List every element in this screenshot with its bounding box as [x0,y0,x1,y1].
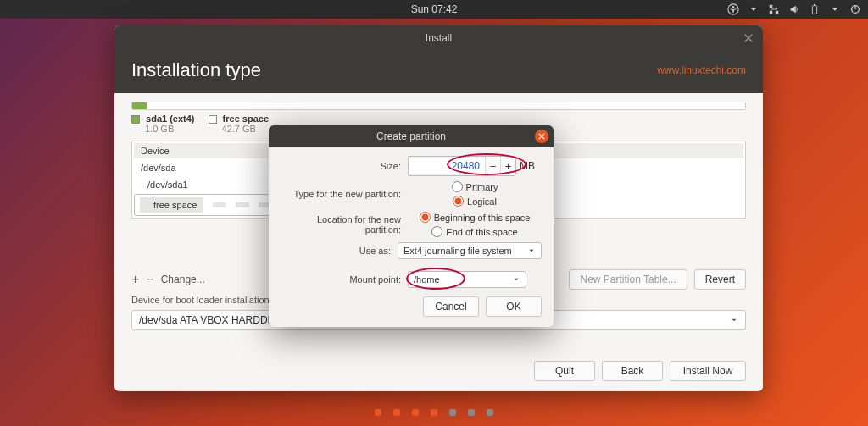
accessibility-icon[interactable] [727,3,739,15]
size-label: Size: [281,161,408,171]
bootloader-label: Device for boot loader installation: [131,295,272,305]
chevron-down-icon [512,275,520,284]
back-button[interactable]: Back [602,361,663,381]
dot [431,409,437,416]
dot [468,409,475,416]
type-label: Type for the new partition: [281,189,408,199]
volume-icon[interactable] [788,3,800,15]
svg-rect-6 [814,4,815,6]
disk-size: 42.7 GB [222,124,270,134]
dialog-close-button[interactable] [535,130,548,143]
size-spinbox[interactable]: − + [408,156,516,176]
mount-value: /home [414,274,440,285]
svg-rect-2 [770,5,773,8]
window-titlebar: Install [114,25,763,51]
disk-usage-bar [131,102,746,110]
window-title: Install [426,32,452,44]
table-row[interactable]: free space [134,194,278,216]
radio-begin[interactable]: Beginning of this space [420,212,531,223]
dot [487,409,493,416]
size-unit: MB [520,160,535,172]
chevron-down-icon [730,316,738,324]
useas-value: Ext4 journaling file system [403,246,512,256]
chevron-down-icon [527,246,536,255]
type-row: Type for the new partition: Primary Logi… [281,181,542,207]
battery-icon[interactable] [809,3,821,15]
mount-row: Mount point: /home [281,271,542,288]
svg-point-1 [732,6,735,8]
size-input[interactable] [409,158,485,174]
dot [412,409,419,416]
remove-partition-button[interactable]: − [146,272,153,287]
close-icon[interactable] [743,32,754,44]
svg-rect-4 [770,11,773,14]
useas-select[interactable]: Ext4 journaling file system [398,242,542,259]
location-label: Location for the new partition: [281,214,408,235]
create-partition-dialog: Create partition Size: − + MB Type for t… [269,125,554,327]
increment-button[interactable]: + [500,157,515,175]
indicator-area [727,3,861,15]
useas-label: Use as: [281,246,398,256]
ok-button[interactable]: OK [486,296,542,317]
revert-button[interactable]: Revert [694,269,746,290]
new-partition-table-button[interactable]: New Partition Table... [569,269,687,290]
page-dots [375,409,493,416]
dialog-buttons: Cancel OK [281,296,542,317]
radio-end[interactable]: End of this space [431,226,517,237]
clock: Sun 07:42 [411,3,458,15]
size-row: Size: − + MB [281,156,542,176]
chevron-down-icon[interactable] [748,3,760,15]
quit-button[interactable]: Quit [534,361,595,381]
disk-name: free space [223,113,269,124]
mount-select[interactable]: /home [408,271,526,288]
mount-label: Mount point: [281,274,408,285]
cancel-button[interactable]: Cancel [423,296,479,317]
dialog-title: Create partition [376,130,446,142]
radio-logical[interactable]: Logical [453,196,497,207]
dot [393,409,400,416]
cell-device: free space [140,197,203,213]
dialog-body: Size: − + MB Type for the new partition:… [269,147,554,327]
disk-label-sda1: sda1 (ext4) 1.0 GB [131,113,195,134]
radio-primary[interactable]: Primary [452,181,498,192]
page-title: Installation type [131,59,261,81]
disk-label-free: free space 42.7 GB [209,113,270,134]
decrement-button[interactable]: − [485,157,500,175]
nav-buttons: Quit Back Install Now [534,361,746,381]
watermark: www.linuxtechi.com [657,64,746,76]
dot [375,409,381,416]
disk-seg-sda1 [132,102,147,109]
swatch-icon [131,115,140,124]
disk-name: sda1 (ext4) [146,113,194,124]
useas-row: Use as: Ext4 journaling file system [281,242,542,259]
disk-size: 1.0 GB [145,124,195,134]
dot [449,409,456,416]
network-icon[interactable] [768,3,780,15]
add-partition-button[interactable]: + [131,272,139,287]
install-now-button[interactable]: Install Now [670,361,746,381]
dialog-titlebar: Create partition [269,125,554,147]
swatch-icon [209,115,217,124]
svg-rect-5 [812,6,816,14]
chevron-down-icon[interactable] [829,3,841,15]
top-panel: Sun 07:42 [0,0,868,19]
disk-seg-free [147,102,745,109]
page-heading-bar: Installation type www.linuxtechi.com [114,51,763,93]
svg-rect-3 [776,11,779,14]
power-icon[interactable] [849,3,861,15]
change-button[interactable]: Change... [161,274,205,285]
location-row: Location for the new partition: Beginnin… [281,212,542,237]
